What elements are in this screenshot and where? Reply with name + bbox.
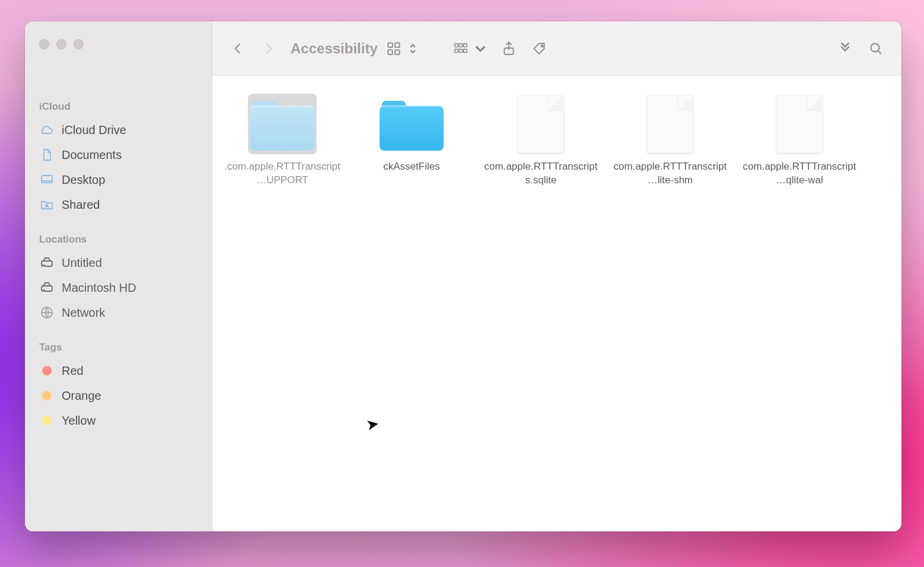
- item-label: com.apple.RTTTranscript…qlite-wal: [741, 160, 858, 187]
- view-mode-button[interactable]: [384, 36, 423, 61]
- sidebar-item-icloud-drive[interactable]: iCloud Drive: [33, 117, 203, 142]
- svg-rect-8: [395, 43, 400, 47]
- tag-dot-icon: [39, 416, 55, 425]
- item-rtt-support[interactable]: .com.apple.RTTTranscript…UPPORT: [223, 94, 342, 187]
- document-icon: [39, 148, 55, 162]
- item-label: ckAssetFiles: [383, 160, 439, 174]
- forward-button[interactable]: [256, 36, 281, 61]
- sidebar-item-macintosh-hd[interactable]: Macintosh HD: [33, 275, 203, 300]
- sidebar-item-label: Red: [62, 364, 84, 378]
- item-sqlite-shm[interactable]: com.apple.RTTTranscript…lite-shm: [611, 94, 729, 187]
- window-controls: [39, 39, 84, 49]
- minimize-window-button[interactable]: [56, 39, 66, 49]
- sidebar-item-label: iCloud Drive: [62, 123, 126, 137]
- item-label: .com.apple.RTTTranscript…UPPORT: [224, 160, 340, 187]
- sidebar-item-label: Shared: [62, 198, 100, 212]
- group-by-button[interactable]: [451, 36, 490, 61]
- sidebar-tag-yellow[interactable]: Yellow: [33, 408, 203, 433]
- sidebar-item-network[interactable]: Network: [33, 300, 203, 325]
- cloud-icon: [39, 123, 55, 137]
- sidebar-section-2: Red Orange Yellow: [33, 358, 203, 433]
- svg-rect-15: [459, 49, 463, 52]
- main-area: Accessibility: [212, 21, 901, 531]
- tag-dot-icon: [39, 366, 55, 375]
- external-disk-icon: [39, 256, 55, 270]
- content-area[interactable]: .com.apple.RTTTranscript…UPPORT ckAssetF…: [212, 76, 901, 531]
- internal-disk-icon: [39, 281, 55, 295]
- svg-point-19: [871, 43, 879, 52]
- sidebar-item-label: Documents: [62, 148, 122, 162]
- sidebar: iCloud iCloud Drive Documents Desktop: [25, 21, 212, 531]
- share-button[interactable]: [496, 36, 521, 61]
- toolbar: Accessibility: [212, 21, 901, 76]
- zoom-window-button[interactable]: [74, 39, 84, 49]
- item-label: com.apple.RTTTranscripts.sqlite: [483, 160, 599, 187]
- sidebar-item-untitled[interactable]: Untitled: [33, 250, 203, 275]
- folder-icon: [248, 94, 317, 154]
- svg-rect-7: [388, 43, 393, 47]
- close-window-button[interactable]: [39, 39, 49, 49]
- sidebar-section-header-1: Locations: [33, 234, 203, 250]
- tag-dot-icon: [39, 391, 55, 400]
- icon-grid: .com.apple.RTTTranscript…UPPORT ckAssetF…: [223, 94, 891, 187]
- document-icon: [506, 94, 575, 154]
- item-label: com.apple.RTTTranscript…lite-shm: [612, 160, 728, 187]
- sidebar-item-label: Network: [62, 306, 105, 320]
- svg-point-18: [541, 45, 543, 47]
- sidebar-item-label: Untitled: [62, 256, 102, 270]
- sidebar-section-header-2: Tags: [33, 342, 203, 358]
- svg-rect-13: [463, 43, 467, 47]
- document-icon: [765, 94, 834, 154]
- folder-icon: [377, 94, 446, 154]
- sidebar-tag-red[interactable]: Red: [33, 358, 203, 383]
- back-button[interactable]: [225, 36, 250, 61]
- sidebar-section-0: iCloud Drive Documents Desktop Shared: [33, 117, 203, 217]
- sidebar-tag-orange[interactable]: Orange: [33, 383, 203, 408]
- svg-rect-10: [395, 50, 400, 55]
- document-icon: [636, 94, 705, 154]
- window-title: Accessibility: [291, 40, 378, 57]
- globe-icon: [39, 305, 55, 320]
- overflow-button[interactable]: [833, 36, 858, 61]
- svg-rect-9: [388, 50, 393, 55]
- svg-rect-0: [42, 176, 52, 183]
- svg-rect-11: [455, 43, 458, 47]
- sidebar-item-label: Orange: [62, 389, 101, 403]
- shared-folder-icon: [39, 198, 55, 212]
- svg-rect-16: [463, 49, 467, 52]
- item-ckassetfiles[interactable]: ckAssetFiles: [352, 94, 471, 187]
- sidebar-item-label: Macintosh HD: [62, 281, 136, 295]
- item-sqlite[interactable]: com.apple.RTTTranscripts.sqlite: [482, 94, 600, 187]
- sidebar-item-documents[interactable]: Documents: [33, 142, 203, 167]
- finder-window: iCloud iCloud Drive Documents Desktop: [25, 21, 901, 531]
- svg-rect-14: [455, 49, 458, 52]
- svg-rect-12: [459, 43, 463, 47]
- search-button[interactable]: [864, 36, 888, 61]
- sidebar-item-desktop[interactable]: Desktop: [33, 167, 203, 192]
- sidebar-section-1: Untitled Macintosh HD Network: [33, 250, 203, 325]
- item-sqlite-wal[interactable]: com.apple.RTTTranscript…qlite-wal: [740, 94, 859, 187]
- sidebar-item-shared[interactable]: Shared: [33, 192, 203, 217]
- sidebar-item-label: Desktop: [62, 173, 105, 187]
- sidebar-item-label: Yellow: [62, 414, 95, 428]
- sidebar-section-header-0: iCloud: [33, 101, 203, 117]
- tags-button[interactable]: [527, 36, 552, 61]
- desktop-icon: [39, 173, 55, 187]
